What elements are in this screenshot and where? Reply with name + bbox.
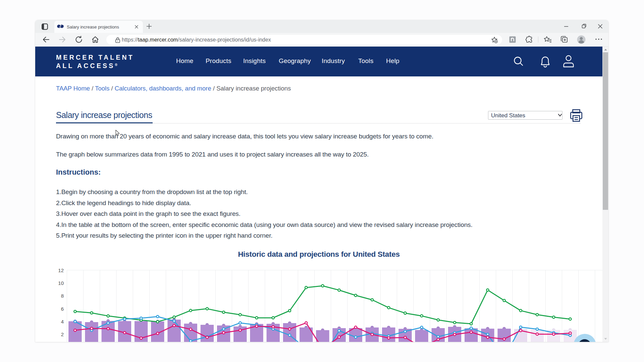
svg-text:2: 2 bbox=[61, 331, 64, 337]
svg-text:12: 12 bbox=[58, 267, 64, 273]
svg-text:10: 10 bbox=[58, 280, 64, 286]
svg-text:8: 8 bbox=[61, 293, 64, 299]
svg-text:4: 4 bbox=[61, 319, 64, 324]
svg-text:6: 6 bbox=[61, 306, 64, 312]
